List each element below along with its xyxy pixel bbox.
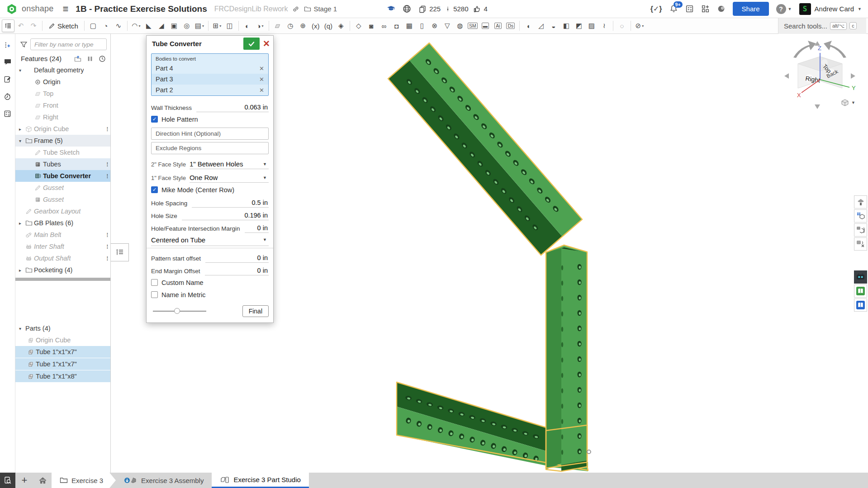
feature-row-gearbox-layout[interactable]: Gearbox Layout ⁞ [15, 205, 110, 217]
toolbar-button-badge-sm[interactable]: SM [466, 19, 479, 32]
toolbar-button-helix[interactable]: ◷ [284, 19, 297, 32]
stat-version-count[interactable]: 5280 [445, 5, 468, 13]
expand-arrow-icon[interactable]: ▸ [19, 221, 25, 226]
row-menu-icon[interactable]: ⁞ [106, 243, 110, 250]
document-title[interactable]: 1B - Practice Exercise Solutions [76, 4, 207, 14]
row-menu-icon[interactable]: ⁞ [106, 255, 110, 262]
feature-row-right[interactable]: Right ⁞ [15, 111, 110, 123]
row-menu-icon[interactable]: ⁞ [106, 161, 110, 168]
rollback-slider[interactable] [153, 311, 206, 312]
undo-button[interactable]: ↶ [14, 19, 27, 32]
feature-row-gusset[interactable]: Gusset ⁞ [15, 194, 110, 205]
toolbar-button-lamp-tool[interactable]: ◍ [454, 19, 466, 32]
feature-row-main-belt[interactable]: Main Belt ⁞ [15, 229, 110, 241]
expand-arrow-icon[interactable]: ▸ [19, 127, 25, 132]
toolbar-button-sheet-fold[interactable]: ◖ [522, 19, 535, 32]
feature-row-gusset[interactable]: Gusset ⁞ [15, 182, 110, 194]
toolbar-button-shell[interactable]: ▣ [168, 19, 180, 32]
expand-arrow-icon[interactable]: ▾ [19, 138, 25, 143]
tube-vertical[interactable] [546, 245, 587, 471]
part-row-tube-1-x1-x8[interactable]: Tube 1"x1"x8" [15, 370, 110, 382]
stat-likes-count[interactable]: 4 [473, 5, 488, 13]
toolbar-button-composite-part[interactable]: ◈ [335, 19, 347, 32]
row-menu-icon[interactable]: ⁞ [106, 232, 110, 238]
feature-row-top[interactable]: Top ⁞ [15, 88, 110, 99]
toggle-feature-list-button[interactable] [2, 19, 14, 32]
toolbar-button-mirror[interactable]: ◫ [223, 19, 236, 32]
toolbar-button-bend-curve[interactable]: ≀ [598, 19, 611, 32]
final-button[interactable]: Final [242, 305, 269, 317]
toolbar-button-extrude[interactable]: ▢ [87, 19, 100, 32]
toolbar-button-badge-ds[interactable]: Ds [504, 19, 517, 32]
onshape-logo-icon[interactable] [6, 4, 17, 14]
view-left-arrow[interactable] [784, 73, 789, 79]
centering-select[interactable]: Centered on Tube ▼ [151, 234, 269, 246]
feature-row-tube-converter[interactable]: Tube Converter ⁞ [15, 170, 110, 182]
toolbar-button-doc-check[interactable]: ▨ [585, 19, 598, 32]
strip-button-comment[interactable] [2, 57, 13, 67]
strip-button-edit-note[interactable] [2, 74, 13, 85]
view-right-arrow[interactable] [851, 73, 855, 79]
feature-row-front[interactable]: Front ⁞ [15, 99, 110, 111]
feature-row-origin-cube[interactable]: ▸ Origin Cube ⁞ [15, 123, 110, 135]
document-tab-exercise-3-assembly[interactable]: Exercise 3 Assembly [116, 473, 212, 488]
face1-style-select[interactable]: One Row ▼ [190, 174, 269, 183]
parts-header-row[interactable]: ▾ Parts (4) [15, 322, 110, 334]
part-row-tube-1-x1-x7[interactable]: Tube 1"x1"x7" [15, 346, 110, 358]
pattern-start-offset-input[interactable]: 0 in [205, 254, 269, 263]
body-row-part-3[interactable]: Part 3 ✕ [152, 74, 268, 85]
document-tab-exercise-3-part-studio[interactable]: Exercise 3 Part Studio [212, 473, 308, 488]
toolbar-button-mkcad-gearbox[interactable]: ◙ [365, 19, 378, 32]
redo-button[interactable]: ↷ [27, 19, 40, 32]
body-row-part-4[interactable]: Part 4 ✕ [152, 63, 268, 74]
toolbar-button-hole[interactable]: ◎ [180, 19, 193, 32]
toolbar-button-mkcad-motor[interactable]: ◘ [390, 19, 403, 32]
library-button-library-green[interactable] [854, 284, 867, 298]
wall-thickness-input[interactable]: 0.063 in [196, 104, 269, 112]
toolbar-button-origin-target[interactable]: ◌ [616, 19, 628, 32]
expand-arrow-icon[interactable]: ▾ [19, 326, 25, 331]
toolbar-button-mkcad-belt[interactable]: ∞ [378, 19, 390, 32]
toolbar-button-rib[interactable]: ▤▾ [193, 19, 206, 32]
view-tool-button-display-options[interactable] [854, 223, 867, 237]
bodies-to-convert-list[interactable]: Bodies to convert Part 4 ✕ Part 3 ✕ Part… [151, 53, 269, 96]
feature-row-pocketing-4[interactable]: ▸ Pocketing (4) ⁞ [15, 264, 110, 276]
toolbar-button-import-derived[interactable]: ⊕ [297, 19, 309, 32]
custom-name-checkbox[interactable]: Custom Name [151, 276, 269, 289]
toolbar-button-fillet[interactable]: ◠▾ [130, 19, 142, 32]
view-tool-button-appearance[interactable] [854, 195, 867, 208]
tab-search-button[interactable] [0, 473, 15, 488]
toolbar-button-corner-relief[interactable]: ◩ [573, 19, 585, 32]
toolbar-button-finish-face[interactable]: ◒ [547, 19, 560, 32]
notifications-button[interactable]: 9+ [669, 5, 678, 13]
feature-row-inter-shaft[interactable]: Inter Shaft ⁞ [15, 241, 110, 252]
suppress-pause-icon[interactable] [87, 56, 93, 62]
help-menu[interactable]: ? ▼ [776, 4, 792, 14]
stat-education-badge[interactable] [387, 5, 398, 13]
strip-button-insert-new[interactable] [2, 39, 13, 50]
toolbar-button-chamfer[interactable]: ◣ [142, 19, 155, 32]
toolbar-button-gear-generator[interactable]: ⊗ [428, 19, 441, 32]
remove-body-icon[interactable]: ✕ [259, 87, 264, 94]
toolbar-button-variable[interactable]: (x) [309, 19, 322, 32]
filter-funnel-icon[interactable] [20, 41, 28, 48]
hole-spacing-input[interactable]: 0.5 in [192, 199, 269, 208]
rollback-bar[interactable] [15, 278, 110, 281]
remove-body-icon[interactable]: ✕ [259, 65, 264, 72]
part-row-tube-1-x1-x7[interactable]: Tube 1"x1"x7" [15, 358, 110, 370]
toolbar-button-boolean[interactable]: ◐ [241, 19, 254, 32]
name-in-metric-checkbox[interactable]: Name in Metric [151, 289, 269, 301]
toolbar-button-revolve[interactable]: ◔ [100, 19, 112, 32]
feature-row-origin[interactable]: Origin ⁞ [15, 76, 110, 88]
search-tools[interactable]: Search tools... alt/⌥ c [778, 18, 866, 34]
hole-pattern-checkbox[interactable]: ✓ Hole Pattern [151, 113, 269, 125]
toolbar-button-linear-pattern[interactable]: ⊞▾ [211, 19, 223, 32]
toolbar-button-funnel-tool[interactable]: ▽ [441, 19, 454, 32]
tube-diagonal[interactable] [388, 43, 582, 255]
share-button[interactable]: Share [733, 2, 769, 16]
rotate-right-arrow[interactable] [824, 41, 846, 58]
filter-input[interactable] [30, 38, 107, 50]
feature-row-frame-5[interactable]: ▾ Frame (5) ⁞ [15, 135, 110, 147]
face2-style-select[interactable]: 1" Between Holes ▼ [190, 160, 269, 169]
library-button-mkcad-panel[interactable] [854, 270, 867, 284]
